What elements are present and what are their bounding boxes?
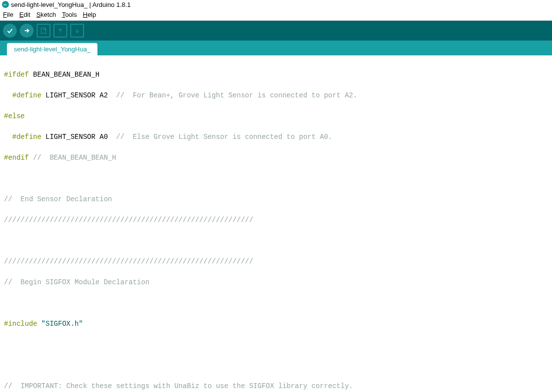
code-text: ////////////////////////////////////////… — [4, 216, 253, 224]
code-text: // Begin SIGFOX Module Declaration — [4, 278, 149, 286]
menu-file[interactable]: File — [3, 11, 13, 18]
window-titlebar: ∞ send-light-level_YongHua_ | Arduino 1.… — [0, 0, 552, 9]
code-text: "SIGFOX.h" — [37, 320, 83, 328]
code-text: #endif — [4, 154, 29, 162]
svg-text:∞: ∞ — [3, 2, 6, 7]
toolbar — [0, 21, 552, 41]
menu-edit[interactable]: Edit — [19, 11, 30, 18]
arduino-logo-icon: ∞ — [2, 1, 9, 8]
open-sketch-button[interactable] — [53, 24, 67, 38]
new-sketch-button[interactable] — [37, 24, 50, 38]
tab-sketch[interactable]: send-light-level_YongHua_ — [7, 43, 97, 55]
code-text: // For Bean+, Grove Light Sensor is conn… — [116, 91, 357, 99]
code-text: ////////////////////////////////////////… — [4, 258, 253, 265]
code-text: #else — [4, 112, 25, 120]
code-text: #define — [4, 133, 42, 141]
menu-sketch[interactable]: Sketch — [36, 11, 56, 18]
menu-help[interactable]: Help — [83, 11, 96, 18]
menubar: File Edit Sketch Tools Help — [0, 9, 552, 21]
tab-label: send-light-level_YongHua_ — [14, 45, 91, 53]
save-sketch-button[interactable] — [70, 24, 84, 38]
window-title: send-light-level_YongHua_ | Arduino 1.8.… — [11, 1, 131, 8]
code-text: #define — [4, 91, 42, 99]
code-text: #ifdef — [4, 71, 29, 79]
tab-bar: send-light-level_YongHua_ — [0, 41, 552, 55]
code-text: // End Sensor Declaration — [4, 195, 112, 203]
code-editor[interactable]: #ifdef BEAN_BEAN_BEAN_H #define LIGHT_SE… — [0, 55, 552, 392]
code-text: LIGHT_SENSOR A2 — [42, 91, 116, 99]
upload-button[interactable] — [20, 24, 34, 38]
code-text: #include — [4, 320, 37, 328]
code-text: // BEAN_BEAN_BEAN_H — [29, 154, 116, 162]
code-text: // Else Grove Light Sensor is connected … — [116, 133, 332, 141]
code-text: LIGHT_SENSOR A0 — [42, 133, 116, 141]
code-text: // IMPORTANT: Check these settings with … — [4, 382, 353, 390]
menu-tools[interactable]: Tools — [62, 11, 77, 18]
code-text: BEAN_BEAN_BEAN_H — [29, 71, 99, 79]
verify-button[interactable] — [3, 24, 17, 38]
